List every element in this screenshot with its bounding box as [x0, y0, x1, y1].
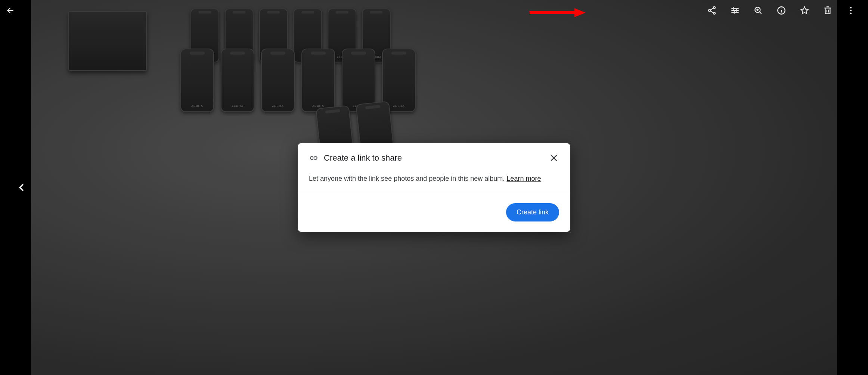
- share-icon[interactable]: [707, 5, 717, 16]
- svg-point-7: [850, 12, 852, 14]
- svg-point-6: [850, 10, 852, 11]
- dialog-title: Create a link to share: [324, 153, 549, 163]
- dialog-body-text: Let anyone with the link see photos and …: [309, 175, 506, 182]
- zoom-in-icon[interactable]: [753, 5, 763, 16]
- star-icon[interactable]: [799, 5, 810, 16]
- learn-more-link[interactable]: Learn more: [506, 175, 541, 182]
- tune-icon[interactable]: [730, 5, 740, 16]
- svg-point-5: [850, 7, 852, 8]
- link-icon: [309, 153, 319, 163]
- close-button[interactable]: [549, 153, 559, 163]
- dialog-body: Let anyone with the link see photos and …: [298, 170, 570, 194]
- photo-viewer: Create a link to share Let anyone with t…: [0, 0, 868, 375]
- info-icon[interactable]: [776, 5, 787, 16]
- svg-point-2: [713, 12, 715, 14]
- delete-icon[interactable]: [822, 5, 833, 16]
- svg-point-1: [709, 10, 710, 12]
- back-button[interactable]: [5, 5, 16, 16]
- photo-object: [68, 11, 147, 71]
- toolbar: [707, 5, 856, 16]
- create-link-button[interactable]: Create link: [506, 203, 559, 221]
- more-icon[interactable]: [846, 5, 856, 16]
- previous-photo-button[interactable]: [13, 179, 31, 196]
- svg-point-0: [713, 7, 715, 9]
- share-link-dialog: Create a link to share Let anyone with t…: [298, 143, 570, 232]
